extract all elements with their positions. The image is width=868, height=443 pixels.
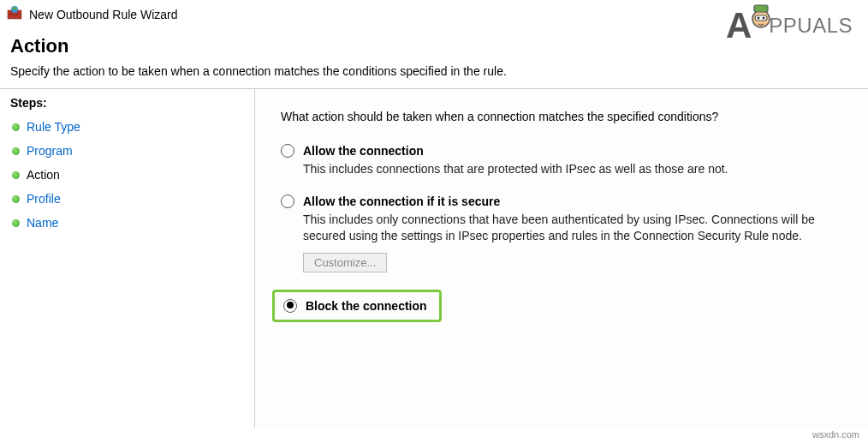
source-attribution: wsxdn.com [812, 429, 859, 440]
bullet-icon [12, 123, 20, 131]
radio-label: Allow the connection [303, 144, 424, 158]
bullet-icon [12, 147, 20, 155]
step-program[interactable]: Program [10, 139, 244, 163]
main-panel: What action should be taken when a conne… [255, 89, 868, 428]
step-label: Program [27, 144, 73, 158]
steps-sidebar: Steps: Rule Type Program Action Profile … [0, 89, 255, 428]
step-name[interactable]: Name [10, 211, 244, 235]
radio-description: This includes only connections that have… [303, 212, 834, 244]
step-label: Rule Type [27, 120, 80, 134]
radio-icon[interactable] [281, 144, 294, 158]
svg-rect-9 [755, 15, 767, 21]
watermark-logo: A PPUALS [726, 5, 853, 46]
svg-point-10 [758, 16, 760, 19]
radio-label: Allow the connection if it is secure [303, 195, 500, 208]
bullet-icon [12, 171, 20, 179]
radio-description: This includes connections that are prote… [303, 161, 834, 177]
svg-point-11 [763, 16, 765, 19]
steps-heading: Steps: [10, 96, 244, 110]
radio-label: Block the connection [306, 299, 427, 313]
customize-button: Customize... [303, 253, 387, 272]
highlight-annotation: Block the connection [272, 290, 442, 322]
option-block[interactable]: Block the connection [281, 290, 842, 322]
firewall-icon [7, 5, 22, 23]
mascot-icon [748, 2, 774, 33]
page-description: Specify the action to be taken when a co… [10, 64, 858, 78]
option-allow[interactable]: Allow the connection This includes conne… [281, 144, 842, 177]
radio-icon[interactable] [283, 299, 297, 313]
step-profile[interactable]: Profile [10, 187, 244, 211]
bullet-icon [12, 195, 20, 203]
step-rule-type[interactable]: Rule Type [10, 115, 244, 139]
action-question: What action should be taken when a conne… [281, 110, 842, 123]
bullet-icon [12, 219, 20, 227]
step-label: Name [27, 216, 58, 230]
svg-rect-8 [754, 5, 768, 12]
action-radio-group: Allow the connection This includes conne… [281, 144, 842, 322]
step-action[interactable]: Action [10, 163, 244, 187]
step-label: Profile [27, 192, 61, 206]
step-label: Action [27, 168, 60, 182]
watermark-text: PPUALS [769, 14, 853, 38]
option-allow-secure[interactable]: Allow the connection if it is secure Thi… [281, 195, 842, 272]
window-title: New Outbound Rule Wizard [29, 8, 178, 21]
radio-icon[interactable] [281, 195, 294, 208]
